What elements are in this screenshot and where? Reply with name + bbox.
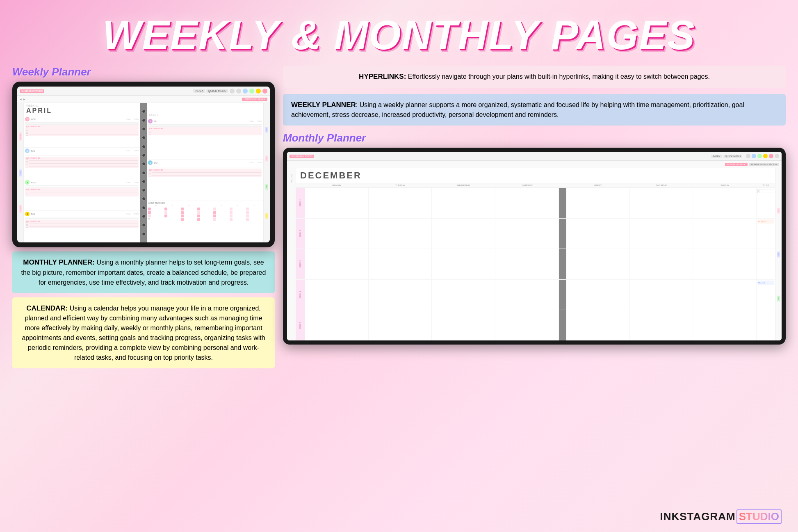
weekly-toolbar: INKSTAGRAM STUDIO INDEX QUICK MENU [17,87,270,96]
tab-feb: FEB [777,296,780,301]
wednesday-header: WEDNESDAY [432,183,495,187]
week4-label: WEEK 4 [299,291,301,298]
week2-row: WEEK 2 [296,219,775,249]
calendar-text: Using a calendar helps you manage your l… [22,305,265,361]
w4-sun [693,280,757,310]
w3-wed [432,249,495,279]
page-2-label: PAGE 2 [149,114,158,116]
wed-label: WED [31,181,36,184]
monthly-index[interactable]: INDEX [711,155,722,158]
page-title: WEEKLY & MONTHLY PAGES [0,0,798,66]
tue-circle: 1 [25,148,30,153]
calendar-label: CALENDAR: [26,304,68,312]
weekly-planner-section: Weekly Planner INKSTAGRAM STUDIO INDEX Q… [12,66,275,247]
w4-todo: NOTES [757,280,775,310]
left-column: Weekly Planner INKSTAGRAM STUDIO INDEX Q… [12,66,275,520]
top-info-row: HYPERLINKS: Effortlessly navigate throug… [283,66,786,88]
w1-thu [495,188,559,218]
wednesday-cell: 1 WED GOAL TO DO [24,179,140,211]
month-header-left: WEEK 01 APRIL [24,103,140,116]
week-nav-prev[interactable]: ◀ [20,98,22,100]
add-tab: ADD [265,213,268,219]
sat-label: SAT [154,162,158,164]
week1-label-cell: WEEK 1 [296,188,305,218]
right-column: HYPERLINKS: Effortlessly navigate throug… [283,66,786,520]
w3-mon [305,249,369,279]
w4-tue [369,280,432,310]
w2-thu [495,219,559,249]
monday-header: MONDAY [305,183,369,187]
w2-sun [693,219,757,249]
w5-sat [630,310,693,340]
monthly-second-toolbar: MONTHLY PLAN ▼ MONTHLY AT A GLANCE ▼ [287,161,782,168]
sat-circle: 1 [148,160,153,165]
monthly-quick-menu[interactable]: QUICK MENU [723,155,742,158]
december-title: DECEMBER [300,170,771,181]
w1-spiral [559,188,566,218]
w5-wed [432,310,495,340]
w2-wed [432,219,495,249]
icon-3 [243,89,248,94]
habit-day-headers: M T W T F S S [148,205,262,207]
monday-cell: 1 MON GOAL TO DO [24,116,140,148]
w2-spiral [559,219,566,249]
m-icon-6 [775,154,779,158]
brand-inkstagram: INKSTAGRAM [660,510,735,523]
w4-spiral [559,280,566,310]
monthly-day-headers: MONDAY TUESDAY WEDNESDAY THURSDAY FRIDAY… [296,183,775,188]
w2-fri [566,219,630,249]
index-nav[interactable]: INDEX [193,89,205,93]
monthly-main: DECEMBER MONDAY TUESDAY WEDNESDAY THURSD… [296,168,775,340]
w1-todo [757,188,775,218]
thu-label: THU [31,213,35,215]
fri-circle: 1 [148,119,153,123]
top5-tue: TOP 5 PRIORITIES [25,157,139,168]
left-bottom-texts: MONTHLY PLANNER: Using a monthly planner… [12,251,275,368]
sunday-header: SUNDAY [693,183,757,187]
habit-tracker-label: HABIT TRACKER [148,202,262,204]
monthly-view-btn[interactable]: MONTHLY AT A GLANCE ▼ [749,163,780,166]
monthly-planner-label: MONTHLY PLANNER: [23,258,95,266]
quick-menu-nav[interactable]: QUICK MENU [206,89,228,93]
monthly-notes-col: NOTES [287,168,296,340]
week3-row: WEEK 3 [296,249,775,280]
w1-sun [693,188,757,218]
monthly-screen: INKSTAGRAM STUDIO INDEX QUICK MENU [287,152,782,340]
saturday-cell: 1 SAT GOAL TO DO [147,160,263,201]
tab-dec: DEC [777,208,780,213]
m-icon-1 [746,154,750,158]
w4-thu [495,280,559,310]
week-nav-next[interactable]: ▶ [23,98,25,100]
tuesday-header: TUESDAY [369,183,432,187]
m-icon-2 [752,154,756,158]
monthly-nav[interactable]: INDEX QUICK MENU [711,155,742,158]
week5-row: WEEK 5 [296,310,775,340]
weekly-tablet: INKSTAGRAM STUDIO INDEX QUICK MENU [12,82,275,247]
icon-6 [262,89,267,94]
top5-sat: TOP 5 PRIORITIES [148,169,262,177]
top5-wed: TOP 5 PRIORITIES [25,188,139,196]
weekly-body: NOTES GOAL TO DO WEEK 01 APRIL [17,103,270,242]
m-icon-3 [757,154,762,158]
week-rows-container: WEEK 1 [296,188,775,340]
w1-wed [432,188,495,218]
goals-tab: GOAL [19,169,22,176]
habit-row-4: W1 [148,218,262,221]
branding: INKSTAGRAM STUDIO [660,509,782,524]
hyperlinks-label: HYPERLINKS: [359,73,406,80]
icon-5 [256,89,261,94]
month-label: APRIL [26,107,138,114]
days-left-grid: 1 MON GOAL TO DO [24,116,140,242]
monthly-toolbar: INKSTAGRAM STUDIO INDEX QUICK MENU [287,152,782,161]
tab-jan: JAN [777,252,780,258]
todo-mini: TO DO [133,118,139,120]
toolbar-nav[interactable]: INDEX QUICK MENU [193,89,228,93]
week-num-label: WEEK 01 [26,104,138,107]
monthly-plan-btn[interactable]: MONTHLY PLAN ▼ [725,163,748,166]
habit-row-2 [148,211,262,214]
week2-label-cell: WEEK 2 [296,219,305,249]
thu-circle: 1 [25,212,30,216]
monthly-label: Monthly Planner [283,132,786,144]
starting-planner-btn[interactable]: STARTING PLANNER [242,98,267,101]
w3-sun [693,249,757,279]
